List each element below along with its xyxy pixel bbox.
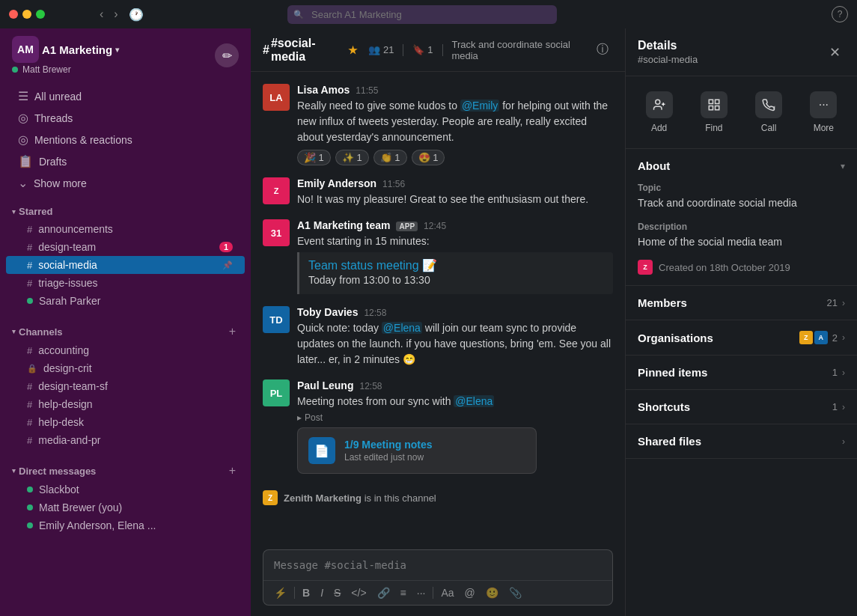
add-channel-button[interactable]: + [226, 325, 239, 338]
italic-button[interactable]: I [316, 584, 328, 602]
members-section-row[interactable]: Members 21 › [626, 286, 857, 320]
info-button[interactable]: ⓘ [592, 40, 613, 61]
sidebar-item-sarah-parker[interactable]: Sarah Parker [6, 292, 245, 310]
sidebar-item-design-crit[interactable]: 🔒 design-crit [6, 359, 245, 377]
mention-button[interactable]: @ [460, 584, 480, 602]
reaction-sparkles[interactable]: ✨ 1 [335, 150, 369, 165]
sidebar-item-matt-brewer[interactable]: Matt Brewer (you) [6, 498, 245, 516]
emoji-button[interactable]: 🙂 [481, 584, 503, 602]
workspace-name[interactable]: AM A1 Marketing ▾ [12, 36, 119, 63]
avatar: PL [263, 379, 290, 406]
close-traffic-light[interactable] [9, 10, 18, 19]
search-input[interactable] [287, 5, 557, 24]
message-time: 12:58 [364, 308, 386, 318]
message-author: A1 Marketing team [297, 219, 390, 231]
more-icon: ··· [810, 91, 837, 118]
pin-icon: 📌 [222, 260, 233, 270]
add-dm-button[interactable]: + [226, 464, 239, 478]
meeting-time: Today from 13:00 to 13:30 [308, 272, 604, 288]
avatar: 31 [263, 219, 290, 246]
table-row: TD Toby Davies 12:58 Quick note: today @… [263, 306, 613, 368]
sidebar-item-mentions[interactable]: ◎ Mentions & reactions [6, 129, 245, 150]
pinned-section-row[interactable]: Pinned items 1 › [626, 356, 857, 389]
compose-button[interactable]: ✏ [215, 43, 239, 67]
sidebar-item-design-team[interactable]: # design-team 1 [6, 238, 245, 256]
organisations-count: Z A 2 › [799, 331, 845, 344]
message-input[interactable] [263, 550, 612, 577]
more-action-button[interactable]: ··· More [801, 87, 846, 138]
forward-button[interactable]: › [110, 6, 121, 23]
svg-point-0 [655, 100, 659, 104]
reaction-party[interactable]: 🎉 1 [297, 150, 331, 165]
sidebar-item-drafts[interactable]: 📋 Drafts [6, 150, 245, 172]
sidebar-item-media-and-pr[interactable]: # media-and-pr [6, 431, 245, 449]
find-action-button[interactable]: Find [692, 87, 736, 138]
attach-button[interactable]: 📎 [504, 584, 526, 602]
sidebar-item-help-desk[interactable]: # help-desk [6, 413, 245, 431]
close-details-button[interactable]: ✕ [824, 42, 845, 63]
list-button[interactable]: ≡ [396, 584, 411, 602]
members-section: Members 21 › [626, 286, 857, 320]
minimize-traffic-light[interactable] [22, 10, 31, 19]
call-action-button[interactable]: Call [746, 87, 791, 138]
avatar: LA [263, 84, 290, 111]
channels-section-header[interactable]: ▾ Channels + [0, 322, 251, 341]
reaction-love[interactable]: 😍 1 [412, 150, 445, 165]
orgs-chevron-icon: › [842, 332, 845, 343]
members-icon: 👥 [368, 44, 380, 55]
help-button[interactable]: ? [832, 6, 848, 22]
sidebar-item-triage-issues[interactable]: # triage-issues [6, 274, 245, 292]
sidebar-item-design-team-sf[interactable]: # design-team-sf [6, 377, 245, 395]
more-formatting-button[interactable]: ··· [412, 584, 430, 602]
channel-hash-icon: # [27, 345, 32, 356]
strikethrough-button[interactable]: S [329, 584, 345, 602]
maximize-traffic-light[interactable] [36, 10, 45, 19]
shortcuts-section-row[interactable]: Shortcuts 1 › [626, 390, 857, 424]
message-text: Event starting in 15 minutes: [297, 234, 613, 249]
channel-hash: # [263, 43, 269, 57]
dm-section-header[interactable]: ▾ Direct messages + [0, 461, 251, 481]
sidebar-item-help-design[interactable]: # help-design [6, 395, 245, 413]
reaction-clap[interactable]: 👏 1 [373, 150, 407, 165]
sidebar-item-threads[interactable]: ◎ Threads [6, 107, 245, 129]
sidebar-item-announcements[interactable]: # announcements [6, 220, 245, 238]
shared-files-section-row[interactable]: Shared files › [626, 424, 857, 458]
table-row: 31 A1 Marketing team APP 12:45 Event sta… [263, 219, 613, 294]
about-chevron-icon: ▾ [841, 161, 845, 171]
back-button[interactable]: ‹ [96, 6, 107, 23]
mention-elena[interactable]: @Elena [382, 322, 422, 334]
bold-button[interactable]: B [298, 584, 314, 602]
code-button[interactable]: </> [347, 584, 370, 602]
star-icon[interactable]: ★ [348, 44, 358, 56]
sidebar-item-show-more[interactable]: ⌄ Show more [6, 172, 245, 194]
sidebar-item-slackbot[interactable]: Slackbot [6, 481, 245, 498]
sidebar-item-social-media[interactable]: # social-media 📌 [6, 256, 245, 274]
svg-rect-6 [715, 106, 719, 110]
app-badge: APP [396, 222, 418, 231]
sidebar-item-emily-elena[interactable]: Emily Anderson, Elena ... [6, 516, 245, 534]
post-label[interactable]: ▸ Post [297, 412, 613, 423]
message-content: Lisa Amos 11:55 Really need to give some… [297, 84, 613, 165]
file-card[interactable]: 📄 1/9 Meeting notes Last edited just now [297, 427, 537, 474]
message-time: 12:58 [359, 381, 382, 391]
sidebar-item-accounting[interactable]: # accounting [6, 341, 245, 359]
zenith-name: Zenith Marketing [284, 493, 362, 504]
about-section-header[interactable]: About ▾ [626, 149, 857, 183]
history-button[interactable]: 🕐 [125, 6, 147, 23]
system-message-suffix: is in this channel [365, 493, 436, 504]
channel-area: ##social-media ★ 👥 21 🔖 1 Track and coor… [251, 28, 625, 616]
details-channel-name: #social-media [638, 54, 698, 65]
message-time: 11:56 [382, 179, 405, 189]
all-unread-icon: ☰ [18, 89, 28, 103]
sidebar-item-all-unread[interactable]: ☰ All unread [6, 85, 245, 107]
mention-elena2[interactable]: @Elena [454, 395, 494, 407]
text-style-button[interactable]: Aa [436, 584, 458, 602]
user-status-dot [12, 67, 18, 73]
lightning-button[interactable]: ⚡ [269, 584, 291, 602]
starred-section-header[interactable]: ▾ Starred [0, 203, 251, 220]
add-action-button[interactable]: Add [637, 87, 682, 138]
organisations-section-row[interactable]: Organisations Z A 2 › [626, 320, 857, 355]
link-button[interactable]: 🔗 [373, 584, 394, 602]
meeting-link[interactable]: Team status meeting 📝 [308, 259, 437, 272]
mention-emily[interactable]: @Emily [460, 100, 499, 112]
